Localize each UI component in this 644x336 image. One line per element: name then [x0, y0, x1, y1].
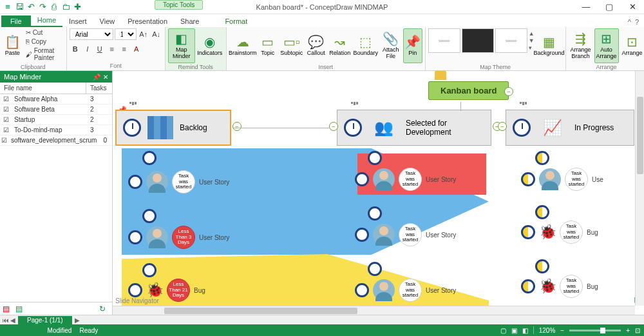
qat-save-icon[interactable]: 🖫: [14, 2, 24, 12]
paste-button[interactable]: 📋Paste: [3, 28, 23, 63]
qat-open-icon[interactable]: 🗀: [61, 2, 71, 12]
qat-print-icon[interactable]: ⎙: [49, 2, 59, 12]
attach-file-button[interactable]: 📎Attach File: [380, 28, 402, 63]
card-clock[interactable]: [368, 151, 382, 165]
scroll-thumb[interactable]: [637, 97, 643, 174]
table-row[interactable]: ☑To-Do-mind-map3: [0, 125, 112, 135]
card-clock[interactable]: [535, 205, 549, 219]
qat-new-icon[interactable]: ✚: [72, 2, 82, 12]
card-clock[interactable]: [368, 262, 382, 276]
subtopic-button[interactable]: ▭▫Subtopic: [279, 28, 304, 63]
help-icon[interactable]: ?: [635, 18, 639, 26]
card-user-story[interactable]: Task was started Use: [521, 168, 603, 191]
checkbox[interactable]: ☑: [0, 115, 12, 124]
zoom-slider[interactable]: [569, 330, 621, 331]
gallery-up-icon[interactable]: ▲: [529, 30, 535, 37]
footer-icon[interactable]: ▤: [3, 304, 13, 313]
checkbox[interactable]: ☑: [0, 125, 12, 135]
page-first-icon[interactable]: ⏮: [3, 317, 9, 324]
card-user-story[interactable]: Task was started User Story: [355, 168, 456, 191]
format-painter-button[interactable]: 🖌Format Painter: [24, 46, 64, 62]
card-user-story[interactable]: Task was started User Story: [128, 170, 229, 193]
zoom-out-icon[interactable]: −: [560, 327, 564, 334]
scroll-thumb[interactable]: [164, 308, 357, 314]
table-row[interactable]: ☑Software Alpha3: [0, 94, 112, 104]
card-bug[interactable]: 🐞 Task was started Bug: [521, 221, 598, 244]
qat-menu-icon[interactable]: ≡: [3, 2, 13, 12]
vertical-scrollbar[interactable]: [635, 71, 644, 306]
cut-button[interactable]: ✂Cut: [24, 28, 64, 37]
shrink-font-icon[interactable]: A↓: [151, 28, 162, 40]
tab-home[interactable]: Home: [31, 14, 62, 27]
theme-gallery[interactable]: ═══ ═══ ▲▼▾: [428, 28, 535, 53]
arrange-branch-button[interactable]: ⇶Arrange Branch: [569, 28, 593, 63]
relation-button[interactable]: ↝Relation: [328, 28, 352, 63]
indicators-button[interactable]: ◉Indicators: [196, 28, 223, 63]
footer-icon[interactable]: ▤: [15, 304, 26, 313]
arrange-button[interactable]: ⊡Arrange: [620, 28, 644, 63]
table-row[interactable]: ☑software_development_scrum0: [0, 135, 112, 146]
view-mode-icon[interactable]: ▣: [511, 327, 517, 334]
topic-button[interactable]: ▭Topic: [258, 28, 278, 63]
expand-icon[interactable]: −: [329, 122, 338, 131]
checkbox[interactable]: ☑: [0, 104, 12, 114]
expand-icon[interactable]: −: [498, 122, 507, 131]
zoom-fit-icon[interactable]: ⊡: [635, 327, 640, 334]
column-backlog[interactable]: Backlog: [115, 110, 231, 146]
auto-arrange-button[interactable]: ⊞Auto Arrange: [594, 28, 619, 63]
table-row[interactable]: ☑Software Beta2: [0, 104, 112, 115]
qat-redo-icon[interactable]: ↷: [37, 2, 48, 12]
root-topic[interactable]: Kanban board: [428, 81, 509, 100]
pin-button[interactable]: 📌Pin: [403, 28, 422, 63]
file-tab[interactable]: File: [1, 15, 31, 27]
checkbox[interactable]: ☑: [0, 135, 8, 145]
card-user-story[interactable]: Less Than 3 Days User Story: [128, 226, 229, 249]
font-color-icon[interactable]: A: [131, 43, 142, 55]
underline-button[interactable]: U: [94, 43, 106, 55]
font-size-select[interactable]: 11: [115, 28, 137, 40]
bold-button[interactable]: B: [70, 43, 81, 55]
font-name-select[interactable]: Arial: [70, 28, 113, 40]
tab-presentation[interactable]: Presentation: [121, 15, 174, 27]
expand-icon[interactable]: −: [232, 122, 242, 131]
panel-pin-icon[interactable]: 📌: [93, 74, 100, 81]
copy-button[interactable]: ⎘Copy: [24, 37, 64, 46]
card-user-story[interactable]: Task was started User Story: [355, 223, 456, 246]
card-clock[interactable]: [142, 151, 156, 165]
background-button[interactable]: ▦Background: [536, 28, 563, 63]
gallery-down-icon[interactable]: ▼: [529, 37, 535, 44]
boundary-button[interactable]: ⬚Boundary: [353, 28, 379, 63]
page-next-icon[interactable]: ▶: [75, 317, 80, 324]
column-selected[interactable]: 👥 Selected for Development: [337, 110, 491, 146]
align-left-icon[interactable]: ≡: [106, 43, 118, 55]
card-clock[interactable]: [142, 209, 156, 223]
view-mode-icon[interactable]: ◧: [522, 327, 528, 334]
zoom-thumb[interactable]: [600, 328, 605, 333]
table-row[interactable]: ☑Startup2: [0, 115, 112, 125]
zoom-label[interactable]: 120%: [539, 327, 556, 334]
page-prev-icon[interactable]: ◀: [10, 317, 15, 324]
card-clock[interactable]: [368, 206, 382, 221]
theme-thumb[interactable]: ═══: [495, 28, 527, 53]
horizontal-scrollbar[interactable]: [113, 306, 635, 315]
theme-thumb[interactable]: ═══: [428, 28, 460, 53]
tab-insert[interactable]: Insert: [62, 15, 93, 27]
checkbox[interactable]: ☑: [0, 94, 12, 104]
callout-button[interactable]: 💬Callout: [305, 28, 327, 63]
card-user-story[interactable]: Task was started User Story: [355, 279, 456, 302]
maximize-button[interactable]: ▢: [598, 0, 621, 14]
card-clock[interactable]: [535, 259, 549, 273]
column-in-progress[interactable]: 📈 In Progress: [506, 110, 634, 146]
minimize-button[interactable]: —: [574, 0, 598, 14]
align-center-icon[interactable]: ≡: [118, 43, 130, 55]
view-mode-icon[interactable]: ▢: [500, 327, 506, 334]
page-tab[interactable]: Page-1 (1/1): [18, 316, 72, 324]
brainstorm-button[interactable]: ☁Brainstorm: [229, 28, 256, 63]
qat-undo-icon[interactable]: ↶: [26, 2, 36, 12]
theme-thumb[interactable]: [462, 28, 494, 53]
card-bug[interactable]: 🐞 Task was started Bug: [521, 275, 598, 298]
map-minder-button[interactable]: ◧Map Minder: [168, 28, 195, 63]
grow-font-icon[interactable]: A↑: [138, 28, 149, 40]
footer-refresh-icon[interactable]: ↻: [99, 304, 109, 313]
card-clock[interactable]: [535, 151, 549, 165]
